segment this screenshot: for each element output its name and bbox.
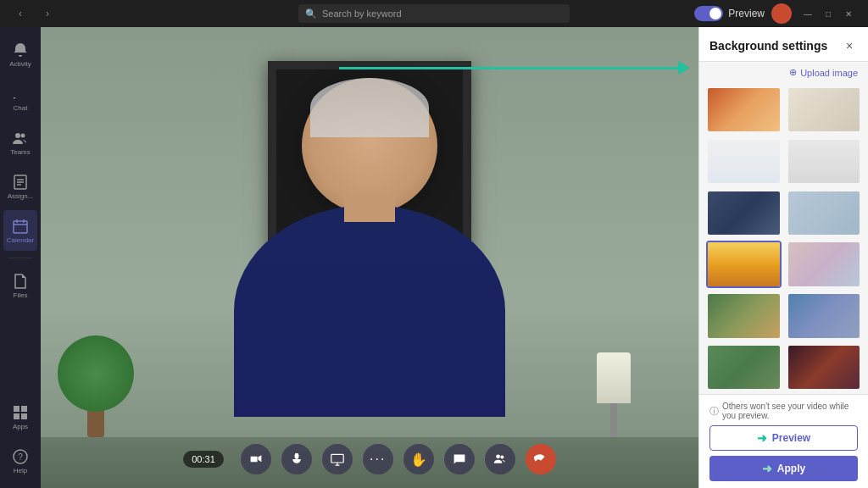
svg-point-18 [496,454,500,458]
call-timer: 00:31 [183,451,224,468]
share-screen-button[interactable] [322,444,353,474]
apps-label: Apps [13,423,28,430]
apply-arrow-icon: ➜ [762,462,772,475]
video-content [41,27,698,488]
svg-rect-12 [14,413,19,419]
minimize-button[interactable]: — [798,4,817,23]
background-panel: Background settings × ⊕ Upload image [698,27,868,488]
upload-image-button[interactable]: ⊕ Upload image [699,62,868,83]
user-avatar[interactable] [771,3,792,24]
sidebar-item-assignments[interactable]: Assign... [3,166,37,207]
end-call-icon [533,452,548,467]
assignments-icon [12,174,29,191]
assignments-label: Assign... [8,192,34,200]
help-label: Help [14,467,27,474]
window-controls: — □ ✕ [798,4,858,23]
svg-point-1 [21,133,25,137]
bg-option-12[interactable] [787,344,862,391]
search-bar[interactable]: 🔍 Search by keyword [298,4,570,23]
files-icon [12,273,29,290]
files-label: Files [14,291,28,299]
bg-thumbnail-7 [708,242,780,286]
more-options-button[interactable]: ··· [363,444,393,474]
panel-footer: ⓘ Others won't see your video while you … [699,394,868,488]
chat-ctrl-icon [453,452,466,466]
more-icon: ··· [370,452,386,467]
bg-option-9[interactable] [706,292,782,339]
participants-button[interactable] [485,444,515,474]
preview-toggle-switch[interactable] [694,6,723,21]
bg-thumbnail-10 [788,294,860,337]
svg-rect-16 [294,453,298,459]
sidebar-item-files[interactable]: Files [3,265,37,306]
video-button[interactable] [241,444,271,474]
title-bar-right: Preview — □ ✕ [694,3,868,24]
bg-option-1[interactable] [706,86,782,133]
bg-thumbnail-2 [788,88,860,131]
activity-label: Activity [9,60,31,68]
chat-button[interactable] [444,444,475,474]
maximize-button[interactable]: □ [819,4,837,23]
preview-note-text: Others won't see your video while you pr… [722,402,858,420]
bg-thumbnail-6 [788,191,860,235]
bg-option-11[interactable] [706,344,782,391]
raise-hand-button[interactable]: ✋ [403,444,434,474]
sidebar-item-calendar[interactable]: Calendar [3,210,37,251]
bg-option-10[interactable] [787,292,862,339]
bg-option-4[interactable] [787,138,862,185]
preview-note: ⓘ Others won't see your video while you … [709,402,858,420]
chat-icon [12,86,29,103]
calendar-label: Calendar [7,236,34,244]
preview-toggle[interactable]: Preview [694,6,765,21]
bg-option-8[interactable] [787,241,862,287]
bg-thumbnail-1 [708,88,780,131]
bg-option-3[interactable] [706,138,782,185]
sidebar-item-activity[interactable]: Activity [3,34,37,75]
hand-icon: ✋ [410,452,427,468]
share-icon [331,452,344,466]
search-icon: 🔍 [305,8,317,19]
svg-rect-6 [14,221,27,233]
sidebar-item-chat[interactable]: Chat [3,78,37,119]
sidebar: Activity Chat Teams Assign... Calendar F… [0,27,41,488]
search-placeholder: Search by keyword [322,8,402,19]
video-icon [249,452,263,466]
sidebar-item-apps[interactable]: Apps [3,396,37,437]
svg-rect-11 [21,406,27,412]
forward-button[interactable]: › [37,3,58,24]
bg-thumbnail-11 [708,346,780,389]
person-head [302,78,437,214]
nav-controls: ‹ › [0,3,58,24]
info-icon: ⓘ [709,405,719,418]
chat-label: Chat [14,104,28,112]
help-icon: ? [12,448,29,465]
end-call-button[interactable] [526,444,556,474]
person-neck [344,197,395,222]
bg-option-7[interactable] [706,241,782,287]
sidebar-item-help[interactable]: ? Help [3,441,37,481]
video-area [41,27,698,488]
bg-option-5[interactable] [706,190,782,236]
svg-text:?: ? [18,452,23,462]
room-plant [58,336,134,437]
preview-label: Preview [728,8,765,19]
close-window-button[interactable]: ✕ [839,4,858,23]
bg-thumbnail-3 [708,140,780,183]
calendar-icon [12,218,29,235]
svg-rect-17 [331,454,343,463]
preview-button[interactable]: ➜ Preview [709,425,858,451]
apply-button[interactable]: ➜ Apply [709,456,858,481]
bg-option-2[interactable] [787,86,862,133]
bg-thumbnail-12 [788,346,860,389]
upload-icon: ⊕ [789,67,797,78]
sidebar-bottom: Apps ? Help [3,396,37,488]
teams-icon [12,130,29,147]
bell-icon [12,42,29,58]
back-button[interactable]: ‹ [10,3,31,24]
panel-close-button[interactable]: × [841,37,858,54]
apps-icon [12,404,29,421]
sidebar-item-teams[interactable]: Teams [3,122,37,163]
bg-option-6[interactable] [787,190,862,236]
room-lamp [597,352,631,437]
mic-button[interactable] [281,444,312,474]
